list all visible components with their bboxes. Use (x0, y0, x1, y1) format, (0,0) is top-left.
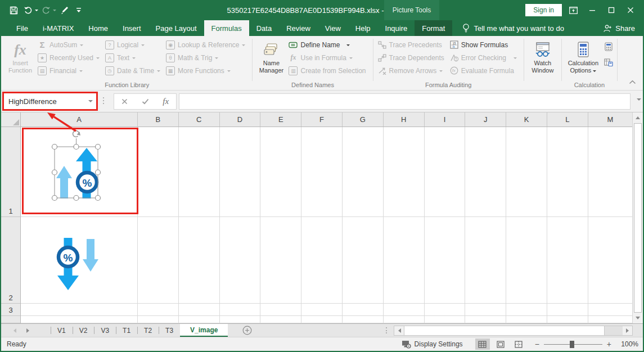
cell-h1[interactable] (384, 127, 425, 217)
cell-e2[interactable] (260, 217, 301, 304)
calculate-sheet-button[interactable] (603, 57, 614, 67)
zoom-out-button[interactable]: − (535, 340, 539, 348)
name-box[interactable]: HighDifference (2, 92, 98, 111)
cell-lx[interactable] (547, 316, 588, 323)
date-time-button[interactable]: ◷Date & Time (103, 64, 162, 77)
horizontal-scroll-track[interactable] (605, 326, 623, 335)
horizontal-scrollbar[interactable] (394, 326, 633, 336)
sheet-tab-v_image[interactable]: V_image (180, 324, 228, 337)
autosum-button[interactable]: ΣAutoSum (36, 38, 101, 51)
financial-button[interactable]: ▤Financial (36, 64, 101, 77)
cell-m1[interactable] (588, 127, 632, 217)
tab-data[interactable]: Data (249, 20, 279, 36)
cell-m2[interactable] (588, 217, 632, 304)
show-formulas-button[interactable]: 15fx Show Formulas (448, 38, 519, 51)
tab-view[interactable]: View (318, 20, 348, 36)
cell-b1[interactable] (138, 127, 179, 217)
column-header-m[interactable]: M (588, 112, 632, 127)
tab-formulas[interactable]: Formulas (204, 20, 249, 36)
tab-scroll-splitter[interactable] (386, 327, 387, 333)
column-header-l[interactable]: L (547, 112, 588, 127)
zoom-in-button[interactable]: + (607, 340, 611, 348)
expand-formula-bar-icon[interactable] (637, 98, 641, 103)
row-header-3[interactable]: 3 (1, 304, 20, 316)
error-checking-button[interactable]: Error Checking (448, 51, 519, 64)
row-header-2[interactable]: 2 (1, 217, 20, 304)
calculate-now-button[interactable] (603, 42, 614, 52)
name-box-dropdown-icon[interactable] (88, 100, 93, 105)
save-button[interactable] (7, 3, 20, 17)
evaluate-formula-button[interactable]: fx Evaluate Formula (448, 64, 519, 77)
customize-quick-access-button[interactable] (72, 3, 85, 17)
cell-mx[interactable] (588, 316, 632, 323)
cell-f3[interactable] (301, 304, 343, 316)
row-header-1[interactable]: 1 (1, 127, 20, 217)
cell-h2[interactable] (384, 217, 425, 304)
insert-function-fx-button[interactable]: fx (155, 94, 176, 109)
column-header-j[interactable]: J (465, 112, 506, 127)
tab-format[interactable]: Format (415, 20, 452, 36)
sheet-tab-v3[interactable]: V3 (94, 324, 116, 337)
page-layout-view-button[interactable] (493, 339, 508, 350)
cell-l1[interactable] (547, 127, 588, 217)
calculation-options-button[interactable]: Calculation Options (565, 37, 602, 82)
formula-bar-input[interactable] (179, 93, 631, 110)
cell-i2[interactable] (425, 217, 466, 304)
ribbon-display-options-button[interactable] (565, 3, 581, 17)
more-functions-button[interactable]: ▦More Functions (164, 64, 247, 77)
cell-g2[interactable] (343, 217, 384, 304)
cell-dx[interactable] (220, 316, 261, 323)
cell-b3[interactable] (138, 304, 179, 316)
cell-fx[interactable] (301, 316, 343, 323)
cell-i3[interactable] (425, 304, 466, 316)
tab-help[interactable]: Help (348, 20, 378, 36)
cell-m3[interactable] (588, 304, 632, 316)
tab-inquire[interactable]: Inquire (378, 20, 415, 36)
cell-ax[interactable] (21, 316, 138, 323)
logical-button[interactable]: ?Logical (103, 38, 162, 51)
sheet-tab-t2[interactable]: T2 (137, 324, 159, 337)
cell-d3[interactable] (220, 304, 261, 316)
undo-dropdown[interactable] (35, 10, 38, 13)
zoom-level[interactable]: 100% (614, 340, 638, 348)
cell-g1[interactable] (343, 127, 384, 217)
cell-g3[interactable] (343, 304, 384, 316)
tab-insert[interactable]: Insert (115, 20, 148, 36)
cell-kx[interactable] (506, 316, 547, 323)
tab-page-layout[interactable]: Page Layout (148, 20, 204, 36)
cell-c3[interactable] (179, 304, 220, 316)
cell-jx[interactable] (465, 316, 506, 323)
page-break-preview-button[interactable] (511, 339, 526, 350)
cell-e1[interactable] (260, 127, 301, 217)
cell-j3[interactable] (465, 304, 506, 316)
cell-c1[interactable] (179, 127, 220, 217)
sheet-nav-left-icon[interactable] (11, 328, 16, 333)
scroll-up-button[interactable] (633, 112, 643, 123)
cell-cx[interactable] (179, 316, 220, 323)
tab-i-matrix[interactable]: i-MATRIX (35, 20, 81, 36)
cell-c2[interactable] (179, 217, 220, 304)
sign-in-button[interactable]: Sign in (525, 4, 562, 16)
trace-dependents-button[interactable]: Trace Dependents (376, 51, 446, 64)
cell-k1[interactable] (506, 127, 547, 217)
column-header-i[interactable]: I (425, 112, 466, 127)
use-in-formula-button[interactable]: fxUse in Formula (287, 51, 367, 64)
cell-bx[interactable] (138, 316, 179, 323)
watch-window-button[interactable]: Watch Window (527, 37, 559, 90)
cell-gx[interactable] (343, 316, 384, 323)
close-button[interactable] (623, 3, 638, 17)
scroll-left-button[interactable] (394, 326, 404, 335)
sheet-tab-t1[interactable]: T1 (116, 324, 137, 337)
cell-j2[interactable] (465, 217, 506, 304)
cell-d1[interactable] (220, 127, 261, 217)
cell-l3[interactable] (547, 304, 588, 316)
redo-dropdown[interactable] (53, 10, 56, 13)
vertical-scrollbar[interactable] (632, 112, 643, 323)
cell-hx[interactable] (384, 316, 425, 323)
cell-j1[interactable] (465, 127, 506, 217)
column-header-g[interactable]: G (343, 112, 384, 127)
sheet-tab-t3[interactable]: T3 (159, 324, 180, 337)
cell-ex[interactable] (260, 316, 301, 323)
column-header-e[interactable]: E (260, 112, 301, 127)
cell-b2[interactable] (138, 217, 179, 304)
